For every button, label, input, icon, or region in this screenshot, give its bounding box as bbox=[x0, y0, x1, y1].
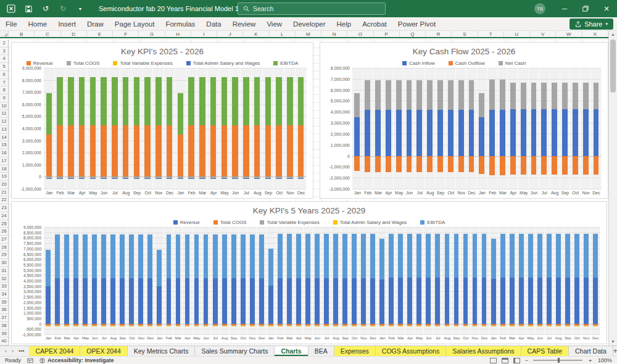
row-header-22[interactable]: 22 bbox=[0, 196, 8, 204]
bar-segment-ebitda[interactable] bbox=[298, 77, 304, 125]
bar-segment-total-admin-salary-and-wages[interactable] bbox=[167, 326, 172, 326]
bar-segment-ebitda[interactable] bbox=[473, 234, 478, 277]
row-header-16[interactable]: 16 bbox=[0, 149, 8, 157]
bar-segment-revenue[interactable] bbox=[155, 125, 161, 176]
bar-segment-ebitda[interactable] bbox=[199, 77, 205, 125]
bar-segment-total-admin-salary-and-wages[interactable] bbox=[528, 326, 533, 326]
sheet-tab-opex-2044[interactable]: OPEX 2044 bbox=[80, 346, 127, 356]
sheet-tab-sales-summary-charts[interactable]: Sales Summary Charts bbox=[195, 346, 275, 356]
prev-sheet-icon[interactable]: ‹ bbox=[5, 348, 7, 354]
row-header-5[interactable]: 5 bbox=[0, 63, 8, 71]
bar-segment-ebitda[interactable] bbox=[265, 77, 271, 125]
column-header-P[interactable]: P bbox=[374, 31, 400, 37]
bar-segment-ebitda[interactable] bbox=[68, 77, 73, 125]
bar-segment-total-admin-salary-and-wages[interactable] bbox=[265, 178, 271, 179]
sheet-tab-key-metrics-charts[interactable]: Key Metrics Charts bbox=[128, 346, 196, 356]
minimize-icon[interactable]: ─ bbox=[554, 0, 575, 17]
bar-segment-ebitda[interactable] bbox=[407, 234, 412, 277]
bar-segment-net-cash[interactable] bbox=[541, 83, 547, 109]
column-header-G[interactable]: G bbox=[139, 31, 165, 37]
bar-segment-total-admin-salary-and-wages[interactable] bbox=[213, 326, 218, 326]
bar-segment-cash-inflow[interactable] bbox=[375, 110, 381, 156]
bar-segment-total-admin-salary-and-wages[interactable] bbox=[268, 326, 273, 326]
bar-segment-revenue[interactable] bbox=[68, 125, 73, 176]
bar-segment-revenue[interactable] bbox=[565, 278, 570, 324]
ribbon-tab-review[interactable]: Review bbox=[227, 17, 262, 31]
bar-segment-revenue[interactable] bbox=[298, 125, 304, 176]
bar-segment-ebitda[interactable] bbox=[178, 93, 183, 134]
bar-segment-cash-inflow[interactable] bbox=[562, 109, 568, 156]
bar-segment-total-admin-salary-and-wages[interactable] bbox=[370, 326, 375, 326]
bar-segment-ebitda[interactable] bbox=[370, 234, 375, 278]
bar-segment-ebitda[interactable] bbox=[167, 234, 172, 278]
sheet-tab-cogs-assumptions[interactable]: COGS Assumptions bbox=[376, 346, 446, 356]
bar-segment-ebitda[interactable] bbox=[167, 77, 172, 125]
row-header-17[interactable]: 17 bbox=[0, 157, 8, 165]
bar-segment-revenue[interactable] bbox=[305, 278, 310, 324]
bar-segment-revenue[interactable] bbox=[268, 286, 273, 324]
row-header-6[interactable]: 6 bbox=[0, 71, 8, 79]
bar-segment-ebitda[interactable] bbox=[110, 234, 115, 278]
bar-segment-cash-outflow[interactable] bbox=[469, 156, 474, 173]
bar-segment-cash-outflow[interactable] bbox=[354, 156, 360, 171]
bar-segment-ebitda[interactable] bbox=[194, 234, 199, 278]
bar-segment-cash-inflow[interactable] bbox=[407, 110, 412, 156]
bar-segment-ebitda[interactable] bbox=[90, 77, 96, 125]
save-icon[interactable] bbox=[23, 4, 33, 14]
bar-segment-ebitda[interactable] bbox=[352, 234, 357, 278]
bar-segment-ebitda[interactable] bbox=[101, 234, 106, 278]
share-button[interactable]: Share ▾ bbox=[569, 19, 613, 30]
bar-segment-ebitda[interactable] bbox=[287, 234, 292, 278]
bar-segment-total-admin-salary-and-wages[interactable] bbox=[574, 326, 579, 326]
column-header-M[interactable]: M bbox=[296, 31, 321, 37]
bar-segment-total-admin-salary-and-wages[interactable] bbox=[584, 326, 589, 326]
bar-segment-total-admin-salary-and-wages[interactable] bbox=[435, 326, 440, 326]
bar-segment-ebitda[interactable] bbox=[112, 77, 117, 125]
bar-segment-ebitda[interactable] bbox=[134, 77, 139, 125]
row-header-36[interactable]: 36 bbox=[0, 306, 8, 314]
bar-segment-revenue[interactable] bbox=[241, 278, 246, 324]
bar-segment-total-admin-salary-and-wages[interactable] bbox=[68, 178, 73, 179]
row-header-32[interactable]: 32 bbox=[0, 275, 8, 283]
bar-segment-total-admin-salary-and-wages[interactable] bbox=[454, 326, 459, 326]
bar-segment-total-admin-salary-and-wages[interactable] bbox=[144, 178, 150, 179]
bar-segment-total-admin-salary-and-wages[interactable] bbox=[250, 326, 255, 326]
bar-segment-revenue[interactable] bbox=[352, 278, 357, 324]
bar-segment-revenue[interactable] bbox=[199, 125, 205, 176]
bar-segment-total-admin-salary-and-wages[interactable] bbox=[147, 326, 152, 326]
bar-segment-ebitda[interactable] bbox=[342, 234, 347, 278]
bar-segment-total-admin-salary-and-wages[interactable] bbox=[352, 326, 357, 326]
bar-segment-ebitda[interactable] bbox=[92, 234, 97, 278]
bar-segment-total-admin-salary-and-wages[interactable] bbox=[305, 326, 310, 326]
next-sheet-icon[interactable]: › bbox=[12, 348, 14, 354]
column-header-J[interactable]: J bbox=[217, 31, 243, 37]
sheet-tab-expenses[interactable]: Expenses bbox=[334, 346, 376, 356]
bar-segment-net-cash[interactable] bbox=[562, 83, 568, 109]
row-header-39[interactable]: 39 bbox=[0, 330, 8, 338]
bar-segment-ebitda[interactable] bbox=[426, 234, 431, 277]
bar-segment-ebitda[interactable] bbox=[528, 234, 533, 277]
column-header-U[interactable]: U bbox=[504, 31, 530, 37]
bar-segment-ebitda[interactable] bbox=[155, 77, 161, 125]
ribbon-tab-home[interactable]: Home bbox=[23, 17, 53, 31]
bar-segment-total-admin-salary-and-wages[interactable] bbox=[519, 326, 524, 326]
bar-segment-revenue[interactable] bbox=[398, 278, 403, 324]
bar-segment-total-admin-salary-and-wages[interactable] bbox=[278, 326, 283, 326]
bar-segment-revenue[interactable] bbox=[185, 278, 190, 324]
bar-segment-cash-outflow[interactable] bbox=[521, 156, 526, 175]
bar-segment-ebitda[interactable] bbox=[537, 234, 542, 277]
bar-segment-revenue[interactable] bbox=[407, 278, 412, 324]
chart-key-kpis-2025-2026[interactable]: Key KPI's 2025 - 2026RevenueTotal COGSTo… bbox=[11, 42, 313, 199]
sheet-grid[interactable]: Key KPI's 2025 - 2026RevenueTotal COGSTo… bbox=[9, 39, 608, 345]
bar-segment-revenue[interactable] bbox=[416, 278, 421, 324]
bar-segment-cash-inflow[interactable] bbox=[531, 109, 537, 156]
bar-segment-revenue[interactable] bbox=[129, 278, 134, 324]
row-header-13[interactable]: 13 bbox=[0, 126, 8, 134]
bar-segment-net-cash[interactable] bbox=[583, 83, 589, 109]
bar-segment-cash-inflow[interactable] bbox=[479, 117, 484, 155]
restore-icon[interactable] bbox=[575, 0, 596, 17]
bar-segment-net-cash[interactable] bbox=[375, 80, 381, 110]
bar-segment-total-admin-salary-and-wages[interactable] bbox=[315, 326, 320, 326]
bar-segment-total-admin-salary-and-wages[interactable] bbox=[298, 178, 304, 179]
bar-segment-revenue[interactable] bbox=[157, 286, 162, 324]
